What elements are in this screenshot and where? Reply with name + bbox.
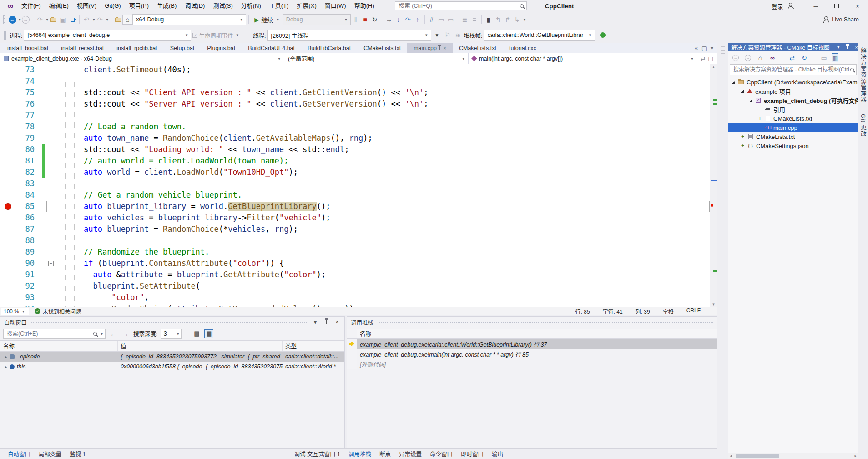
expand-arrow-icon[interactable]: ▸ [3,354,10,359]
live-share[interactable]: Live Share [823,16,859,23]
breakpoint-margin[interactable] [0,87,15,98]
fold-toggle-icon[interactable]: − [48,261,54,266]
tree-item[interactable]: +{ }CMakeSettings.json [728,141,858,150]
home-icon[interactable]: ⌂ [123,15,132,24]
side-tab-git-changes[interactable]: Git 更改 [859,114,868,137]
variable-row[interactable]: ▸this0x0000006d3bb1f558 {_episode={_epis… [0,362,344,372]
code-line[interactable]: 74 [0,76,710,87]
code-text[interactable]: if (blueprint.ContainsAttribute("color")… [56,258,284,269]
code-line[interactable]: 89 // Randomize the blueprint. [0,246,710,258]
column-header-1[interactable]: 名称 [0,341,118,351]
sync-with-active-document-icon[interactable]: ⇄ [787,53,797,62]
code-line-body[interactable]: auto blueprint = RandomChoice(*vehicles,… [46,224,710,235]
expanded-arrow-icon[interactable] [749,99,752,102]
stack-frame-row[interactable]: example_client_debug.exe!main(int argc, … [347,349,717,359]
code-line-body[interactable]: RandomChoice(attribute.GetRecommendedVal… [46,303,710,307]
breakpoint-margin[interactable] [0,303,15,307]
tree-item[interactable]: 引用 [728,105,858,114]
column-header-3[interactable]: 类型 [283,341,344,351]
save-icon[interactable]: ▣ [58,15,67,24]
side-tab-solution-explorer[interactable]: 解决方案资源管理器 [859,47,868,103]
code-line[interactable]: 77 [0,110,710,121]
code-text[interactable]: auto world = client.LoadWorld("Town10HD_… [56,167,298,178]
breakpoint-margin[interactable] [0,133,15,144]
navigate-to-icon[interactable]: ↷ [35,15,45,24]
code-line[interactable]: 93 "color", [0,292,710,303]
code-line-body[interactable]: // Load a random town. [46,121,710,133]
code-line-body[interactable]: std::cout << "Server API version : " << … [46,98,710,110]
file-tab[interactable]: install_recast.bat [55,43,110,53]
code-text[interactable]: "color", [56,292,149,303]
browser-link-icon[interactable] [600,32,606,38]
undo-icon[interactable]: ↶ [82,15,91,24]
solution-config-dropdown[interactable]: x64-Debug▾ [132,14,246,25]
breakpoint-margin[interactable] [0,235,15,246]
breakpoint-margin[interactable] [0,144,15,155]
close-icon[interactable]: × [443,45,446,51]
autos-search[interactable]: ▾ [3,329,106,339]
quick-search[interactable] [395,1,527,10]
menu-item[interactable]: 文件(F) [17,0,45,12]
quick-search-input[interactable] [398,2,520,10]
file-tab[interactable]: install_rpclib.bat [110,43,164,53]
navigate-back-dropdown[interactable]: ▾ [19,17,21,22]
solution-explorer-hscrollbar[interactable]: ◂ ▸ [728,453,858,459]
menu-item[interactable]: Git(G) [101,0,125,12]
thread-dropdown[interactable]: [26092] 主线程▾ [267,30,431,41]
account-icon[interactable] [788,3,793,9]
code-line[interactable]: 83 [0,178,710,189]
code-text[interactable] [56,178,65,189]
code-line-body[interactable] [46,110,710,121]
breakpoint-margin[interactable] [0,98,15,110]
code-text[interactable]: // Randomize the blueprint. [56,246,209,258]
code-line-body[interactable]: // auto world = client.LoadWorld(town_na… [46,155,710,167]
hex-display-icon[interactable]: # [427,15,436,24]
code-line-body[interactable]: // Get a random vehicle blueprint. [46,189,710,201]
code-text[interactable] [56,76,65,87]
restart-icon[interactable]: ↻ [370,15,379,24]
code-line[interactable]: 73 client.SetTimeout(40s); [0,64,710,76]
menu-item[interactable]: 窗口(W) [321,0,350,12]
code-line-body[interactable] [46,235,710,246]
pin-icon[interactable] [439,45,440,51]
bottom-tab[interactable]: 异常设置 [395,449,426,458]
menu-item[interactable]: 工具(T) [265,0,293,12]
stop-debugging-icon[interactable]: ■ [361,15,370,24]
project-dropdown[interactable]: example_client_debug.exe - x64-Debug▾ [0,53,284,64]
editor-vertical-scrollbar[interactable]: ▴ ▾ [710,64,717,307]
filter-threads-icon[interactable]: ▼ [433,31,442,40]
minimize-button[interactable]: ─ [805,0,826,12]
autos-title-bar[interactable]: 自动窗口 ▾ × [0,317,344,327]
add-item-icon[interactable] [113,15,122,24]
file-tab[interactable]: Plugins.bat [201,43,242,53]
refresh-icon[interactable]: ↻ [800,53,809,62]
search-prev-icon[interactable]: ← [109,329,118,338]
file-tab[interactable]: install_boost.bat [1,43,55,53]
toolbar-overflow[interactable]: ▾ [524,17,526,22]
unpin-dash-icon[interactable]: ─ [848,53,858,62]
window-menu-icon[interactable]: ▾ [835,44,842,51]
solution-explorer-search[interactable] [730,64,857,75]
code-text[interactable]: // Get a random vehicle blueprint. [56,189,242,201]
window-menu-icon[interactable]: ▾ [312,318,319,326]
solution-search-input[interactable] [732,66,850,73]
code-line-body[interactable]: auto &attribute = blueprint.GetAttribute… [46,269,710,280]
code-line-body[interactable]: auto blueprint_library = world.GetBluepr… [46,201,710,212]
solution-explorer-title-bar[interactable]: 解决方案资源管理器 - CMake 目标视图 ▾ × [728,43,858,51]
menu-item[interactable]: 项目(P) [125,0,153,12]
code-line-body[interactable]: auto vehicles = blueprint_library->Filte… [46,212,710,224]
code-text[interactable] [56,110,65,121]
lifecycle-events-button[interactable]: 生命周期事件▾ [199,31,238,40]
process-dropdown[interactable]: [54664] example_client_debug.e▾ [24,30,191,41]
bottom-tab[interactable]: 命令窗口 [426,449,457,458]
code-text[interactable]: auto blueprint = RandomChoice(*vehicles,… [56,224,298,235]
close-icon[interactable]: × [333,318,341,326]
breakpoint-margin[interactable] [0,224,15,235]
breakpoint-margin[interactable] [0,269,15,280]
code-line[interactable]: 82 auto world = client.LoadWorld("Town10… [0,167,710,178]
tree-item[interactable]: ✓++main.cpp [728,123,858,132]
show-all-files-icon[interactable]: ▦ [832,53,838,62]
code-text[interactable]: auto &attribute = blueprint.GetAttribute… [56,269,326,280]
code-line-body[interactable] [46,76,710,87]
file-tab[interactable]: CMakeLists.txt [453,43,503,53]
